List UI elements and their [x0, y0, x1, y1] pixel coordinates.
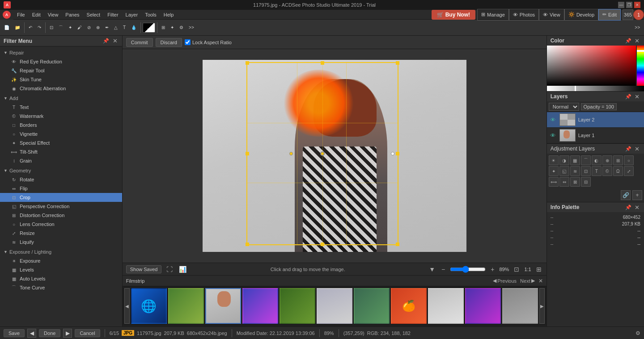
- layer-1-visibility[interactable]: 👁: [550, 132, 557, 139]
- adj-add-btn[interactable]: +: [632, 190, 642, 200]
- adj-crop2-btn[interactable]: ⊡: [581, 166, 591, 176]
- develop-mode-button[interactable]: 🔆 Develop: [564, 9, 598, 21]
- info-panel-close[interactable]: ✕: [634, 204, 640, 211]
- canvas-area[interactable]: [123, 49, 547, 263]
- filmstrip-scroll-right[interactable]: ▶: [539, 288, 545, 324]
- save-button[interactable]: Save: [4, 329, 25, 337]
- expand-button[interactable]: >>: [186, 21, 196, 34]
- layers-toggle[interactable]: ⊞: [159, 21, 167, 34]
- filmstrip-close-button[interactable]: ✕: [538, 278, 543, 284]
- panel-pin-button[interactable]: 📌: [102, 38, 110, 44]
- color-panel-close[interactable]: ✕: [634, 38, 640, 44]
- color-saturation-area[interactable]: [547, 46, 636, 86]
- minimize-button[interactable]: —: [618, 2, 624, 8]
- done-button[interactable]: Done: [39, 329, 60, 337]
- filter-exposure[interactable]: ☀ Exposure: [0, 256, 122, 265]
- layer-2-visibility[interactable]: 👁: [550, 117, 557, 123]
- eraser-button[interactable]: ⊘: [85, 21, 93, 34]
- clone-button[interactable]: ⊕: [94, 21, 102, 34]
- open-button[interactable]: 📁: [13, 21, 22, 34]
- new-button[interactable]: 📄: [2, 21, 12, 34]
- menu-select[interactable]: Select: [83, 11, 104, 18]
- manage-mode-button[interactable]: ⊞ Manage: [477, 9, 509, 21]
- filter-auto-levels[interactable]: ▦ Auto Levels: [0, 274, 122, 283]
- crop-handle-ml[interactable]: [246, 152, 249, 155]
- crop-center-dot[interactable]: [320, 151, 325, 156]
- filmstrip-next-button[interactable]: Next ▶: [520, 278, 535, 284]
- menu-help[interactable]: Help: [160, 11, 178, 18]
- restore-button[interactable]: ❐: [626, 2, 632, 8]
- filter-repair-tool[interactable]: 🔧 Repair Tool: [0, 66, 122, 75]
- zoom-slider[interactable]: [450, 266, 486, 273]
- adj-panel-pin[interactable]: 📌: [624, 146, 632, 152]
- filter-text[interactable]: T Text: [0, 103, 122, 112]
- adj-link-btn[interactable]: 🔗: [621, 190, 631, 200]
- next-nav-button[interactable]: ▶: [63, 329, 72, 338]
- adj-colorbalance-btn[interactable]: ⊕: [602, 155, 612, 165]
- menu-layer[interactable]: Layer: [122, 11, 142, 18]
- show-saved-button[interactable]: Show Saved: [126, 265, 162, 273]
- layers-panel-close[interactable]: ✕: [634, 93, 640, 100]
- adj-levels-btn[interactable]: ▦: [570, 155, 580, 165]
- filter-grain[interactable]: ⁞ Grain: [0, 156, 122, 165]
- adj-threshold-btn[interactable]: ⊞: [613, 155, 623, 165]
- crop-handle-br[interactable]: [396, 243, 399, 246]
- adj-perspective-btn[interactable]: ◱: [559, 166, 569, 176]
- effects-toggle[interactable]: ✦: [168, 21, 176, 34]
- filter-resize[interactable]: ⤢ Resize: [0, 229, 122, 238]
- menu-file[interactable]: File: [13, 11, 29, 18]
- filmstrip-prev-button[interactable]: ◀ Previous: [493, 278, 517, 284]
- lasso-button[interactable]: ⌒: [56, 21, 65, 34]
- mode-365-button[interactable]: 365: [623, 9, 633, 20]
- adj-star-btn[interactable]: ✦: [549, 166, 559, 176]
- adj-curves-btn[interactable]: ⌒: [581, 155, 591, 165]
- filmstrip-thumb-3[interactable]: [205, 288, 241, 324]
- layer-blend-mode[interactable]: Normal Multiply Screen: [549, 103, 579, 111]
- lock-aspect-input[interactable]: [185, 39, 191, 45]
- section-geometry-header[interactable]: ▼ Geometry: [0, 166, 122, 175]
- magic-wand-button[interactable]: ✦: [66, 21, 74, 34]
- crop-handle-tr[interactable]: [396, 61, 399, 65]
- crop-left-dot[interactable]: [289, 152, 293, 155]
- section-repair-header[interactable]: ▼ Repair: [0, 48, 122, 57]
- filmstrip-scroll-left[interactable]: ◀: [124, 288, 130, 324]
- filter-vignette[interactable]: ○ Vignette: [0, 130, 122, 138]
- zoom-options-button[interactable]: ⊞: [535, 266, 543, 273]
- menu-panes[interactable]: Panes: [62, 11, 83, 18]
- zoom-down-button[interactable]: ▼: [428, 266, 436, 273]
- layer-item-2[interactable]: 👁 Layer 2: [547, 112, 644, 128]
- color-swatch[interactable]: [143, 23, 155, 33]
- filmstrip-thumb-5[interactable]: [280, 288, 315, 324]
- lock-aspect-checkbox[interactable]: Lock Aspect Ratio: [185, 39, 232, 45]
- adj-text-btn[interactable]: T: [592, 166, 602, 176]
- filter-distortion[interactable]: ⊞ Distortion Correction: [0, 211, 122, 220]
- filmstrip-thumb-8[interactable]: 🍊: [391, 288, 427, 324]
- photos-mode-button[interactable]: 👁 Photos: [509, 9, 539, 21]
- filter-borders[interactable]: □ Borders: [0, 121, 122, 130]
- prev-nav-button[interactable]: ◀: [27, 329, 36, 338]
- filmstrip-thumb-4[interactable]: [242, 288, 278, 324]
- filter-red-eye[interactable]: 👁 Red Eye Reduction: [0, 57, 122, 66]
- filter-tilt-shift[interactable]: ⟺ Tilt-Shift: [0, 147, 122, 156]
- filmstrip-thumb-9[interactable]: [428, 288, 464, 324]
- menu-edit[interactable]: Edit: [29, 11, 44, 18]
- close-button[interactable]: ✕: [634, 2, 640, 8]
- commit-button[interactable]: Commit: [126, 38, 153, 47]
- filter-perspective[interactable]: ◱ Perspective Correction: [0, 202, 122, 211]
- adj-panel-close[interactable]: ✕: [634, 146, 640, 152]
- filter-liquify[interactable]: ≋ Liquify: [0, 238, 122, 247]
- zoom-plus-button[interactable]: +: [489, 266, 496, 273]
- filter-levels[interactable]: ▦ Levels: [0, 265, 122, 274]
- text-tool-button[interactable]: T: [121, 21, 128, 34]
- filter-special-effect[interactable]: ✦ Special Effect: [0, 138, 122, 147]
- section-add-header[interactable]: ▼ Add: [0, 94, 122, 103]
- select-button[interactable]: ⊡: [47, 21, 55, 34]
- crop-handle-tc[interactable]: [321, 61, 324, 65]
- adj-copy-btn[interactable]: ©: [602, 166, 612, 176]
- filmstrip-thumb-2[interactable]: [168, 288, 204, 324]
- layer-item-1[interactable]: 👁 Layer 1: [547, 128, 644, 143]
- adj-resize2-btn[interactable]: ⤢: [624, 166, 634, 176]
- color-lightness-bar[interactable]: [547, 86, 644, 91]
- filter-tone-curve[interactable]: ⌒ Tone Curve: [0, 283, 122, 292]
- crop-right-dot[interactable]: [391, 152, 394, 155]
